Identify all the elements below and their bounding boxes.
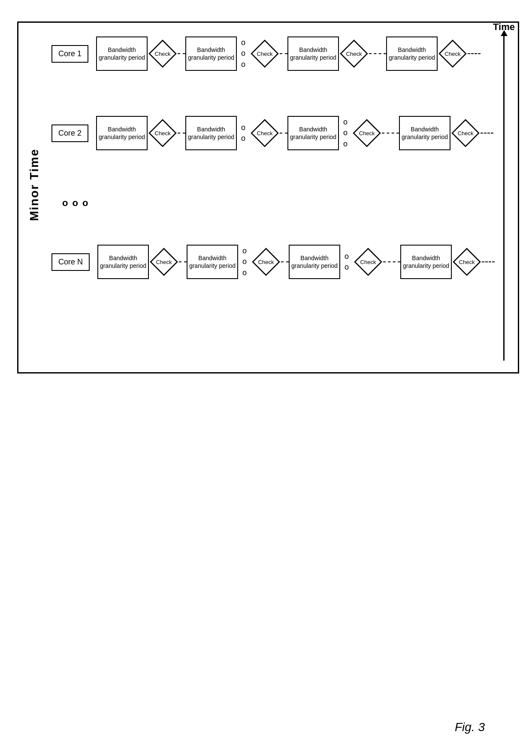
core2-check2-label: Check — [257, 130, 273, 137]
coreN-check2-label: Check — [258, 259, 274, 265]
core2-check1: Check — [148, 118, 178, 148]
h-dot2: o — [72, 197, 78, 209]
core2-check3-label: Check — [359, 130, 375, 137]
main-container: Minor Time Time Core 1 Bandwidth granula… — [13, 13, 519, 743]
core2-dash2 — [280, 133, 287, 134]
core2-label: Core 2 — [51, 124, 88, 142]
coreN-check2: Check — [251, 247, 281, 277]
core2b-dot1: o — [343, 117, 348, 128]
core2-bgp4: Bandwidth granularity period — [399, 116, 450, 150]
core1-check2: Check — [250, 39, 280, 69]
core2-bgp2: Bandwidth granularity period — [185, 116, 237, 150]
core2-bgp3: Bandwidth granularity period — [287, 116, 339, 150]
core1-label: Core 1 — [51, 45, 88, 63]
coreN-check4: Check — [452, 247, 482, 277]
coreN-bgp2: Bandwidth granularity period — [187, 245, 238, 279]
coreN-dot2: o — [242, 256, 247, 267]
core1-dot2: o — [241, 48, 245, 59]
coreN-check4-label: Check — [459, 259, 475, 265]
core1-check3-label: Check — [346, 51, 362, 57]
core2-dot2: o — [241, 133, 245, 144]
core1-bgp2: Bandwidth granularity period — [185, 36, 237, 71]
coreN-section: Core N Bandwidth granularity period Chec… — [51, 245, 495, 279]
core1-check1: Check — [148, 39, 178, 69]
coreN-bgp3: Bandwidth granularity period — [289, 245, 340, 279]
coreN-dash1 — [179, 261, 187, 262]
core1-bgp4: Bandwidth granularity period — [386, 36, 438, 71]
minor-time-label: Minor Time — [21, 34, 47, 335]
core1-section: Core 1 Bandwidth granularity period Chec… — [51, 36, 481, 71]
core2-dash3 — [382, 133, 399, 134]
core1-check4: Check — [438, 39, 468, 69]
core1-check1-label: Check — [155, 51, 171, 57]
coreN-dash3 — [383, 261, 400, 262]
core1-bgp3: Bandwidth granularity period — [287, 36, 339, 71]
coreN-dash4 — [482, 261, 495, 262]
inter-row-dots: o o o — [62, 197, 88, 209]
coreNb-dot1: o — [345, 251, 349, 262]
coreN-check1: Check — [149, 247, 179, 277]
coreNb-dot2: o — [345, 262, 349, 273]
core2-check2: Check — [250, 118, 280, 148]
core1-dot1: o — [241, 37, 245, 48]
coreN-label: Core N — [51, 253, 90, 271]
diagram-border — [17, 21, 519, 373]
figure-label: Fig. 3 — [455, 720, 485, 734]
minor-time-text: Minor Time — [27, 149, 41, 221]
core1-check4-label: Check — [445, 51, 461, 57]
core1-dash3 — [369, 53, 386, 54]
coreN-check1-label: Check — [156, 259, 172, 265]
coreN-dash2 — [281, 261, 289, 262]
h-dot1: o — [62, 197, 68, 209]
coreN-check3-label: Check — [360, 259, 376, 265]
core1-dot3: o — [241, 59, 245, 70]
core1-dash2 — [280, 53, 287, 54]
core2-dash4 — [481, 133, 493, 134]
time-arrow-line — [503, 34, 505, 361]
core2-check4-label: Check — [458, 130, 474, 137]
core2-check1-label: Check — [155, 130, 171, 137]
core1-check2-label: Check — [257, 51, 273, 57]
core1-dash1 — [178, 53, 185, 54]
core2-check4: Check — [450, 118, 481, 148]
core2b-dot2: o — [343, 128, 348, 138]
coreN-dot3: o — [242, 267, 247, 278]
time-arrow: Time — [493, 21, 515, 361]
core2-dash1 — [178, 133, 185, 134]
core2-bgp1: Bandwidth granularity period — [96, 116, 148, 150]
core2b-dot3: o — [343, 139, 348, 149]
coreN-bgp4: Bandwidth granularity period — [400, 245, 452, 279]
core1-bgp1: Bandwidth granularity period — [96, 36, 148, 71]
core1-check3: Check — [339, 39, 369, 69]
coreN-dot1: o — [242, 246, 247, 256]
core1-dash4 — [468, 53, 481, 54]
core2-section: Core 2 Bandwidth granularity period Chec… — [51, 116, 493, 150]
coreN-check3: Check — [353, 247, 383, 277]
core2-check3: Check — [352, 118, 382, 148]
h-dot3: o — [82, 197, 88, 209]
core2-dot1: o — [241, 122, 245, 133]
coreN-bgp1: Bandwidth granularity period — [97, 245, 149, 279]
